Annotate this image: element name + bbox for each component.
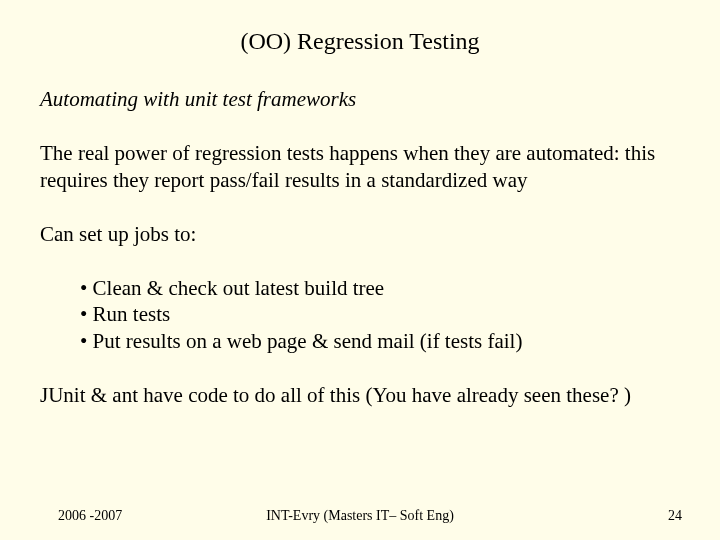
footer-page-number: 24 bbox=[668, 508, 682, 524]
paragraph-2: Can set up jobs to: bbox=[40, 221, 680, 247]
bullet-item: Clean & check out latest build tree bbox=[80, 275, 680, 301]
bullet-item: Run tests bbox=[80, 301, 680, 327]
slide-body: Automating with unit test frameworks The… bbox=[40, 86, 680, 436]
paragraph-1: The real power of regression tests happe… bbox=[40, 140, 680, 193]
paragraph-3: JUnit & ant have code to do all of this … bbox=[40, 382, 680, 408]
bullet-item: Put results on a web page & send mail (i… bbox=[80, 328, 680, 354]
bullet-list: Clean & check out latest build tree Run … bbox=[80, 275, 680, 354]
slide-subtitle: Automating with unit test frameworks bbox=[40, 86, 680, 112]
footer-center: INT-Evry (Masters IT– Soft Eng) bbox=[0, 508, 720, 524]
slide-title: (OO) Regression Testing bbox=[0, 28, 720, 55]
slide: (OO) Regression Testing Automating with … bbox=[0, 0, 720, 540]
